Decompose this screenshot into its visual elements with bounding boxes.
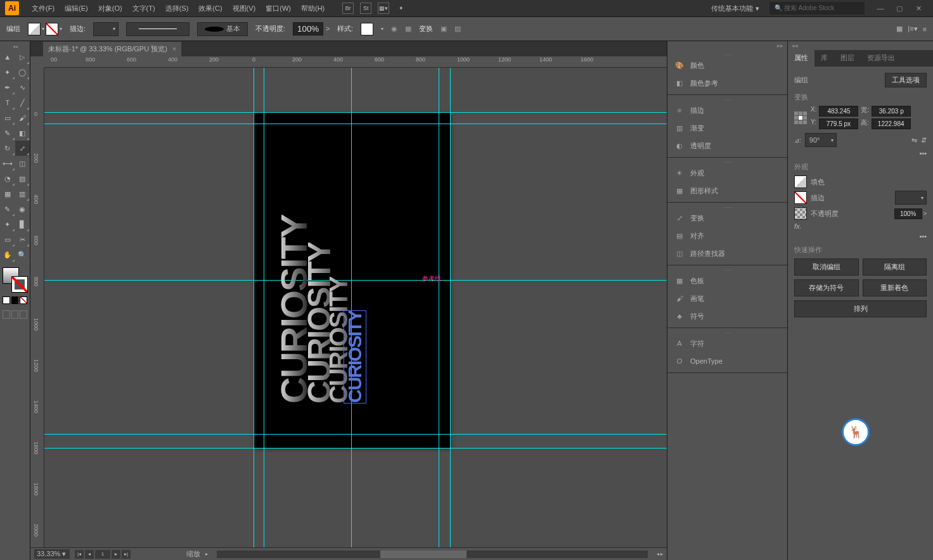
panel-brushes[interactable]: 🖌画笔	[667, 290, 787, 307]
scale-tool[interactable]: ⤢	[15, 141, 30, 156]
stroke-profile-dropdown[interactable]	[126, 22, 190, 36]
stroke-weight-dropdown[interactable]	[93, 22, 119, 36]
document-tab[interactable]: 未标题-1* @ 33.33% (RGB/GPU 预览) ×	[43, 42, 181, 56]
shaper-tool[interactable]: ✎	[0, 125, 15, 141]
menu-edit[interactable]: 编辑(E)	[60, 1, 93, 16]
panel-character[interactable]: A字符	[667, 334, 787, 352]
next-artboard-btn[interactable]: ▸	[112, 550, 120, 559]
stroke-swatch[interactable]	[46, 23, 58, 35]
isolate-icon[interactable]: ▣	[441, 25, 447, 33]
panel-menu-icon[interactable]: ≡	[923, 25, 927, 33]
mesh-tool[interactable]: ▦	[0, 186, 15, 201]
draw-behind-icon[interactable]	[11, 310, 19, 319]
panel-symbols[interactable]: ♣符号	[667, 307, 787, 325]
vertical-ruler[interactable]: 0 200 400 600 800 1000 1200 1400 1600 18…	[30, 68, 44, 547]
fill-stroke-control[interactable]	[3, 267, 28, 293]
tool-options-button[interactable]: 工具选项	[885, 73, 927, 87]
ungroup-button[interactable]: 取消编组	[794, 258, 859, 276]
more-options-icon[interactable]: •••	[919, 232, 927, 240]
zoom-tool[interactable]: 🔍	[15, 247, 30, 262]
panel-sort-icon[interactable]: |≡▾	[908, 25, 917, 33]
type-tool[interactable]: T	[0, 95, 15, 110]
line-tool[interactable]: ╱	[15, 95, 30, 110]
gradient-tool[interactable]: ▥	[15, 186, 30, 201]
blend-tool[interactable]: ◉	[15, 201, 30, 217]
search-adobe-stock[interactable]: 🔍 搜索 Adobe Stock	[769, 2, 865, 15]
panel-pathfinder[interactable]: ◫路径查找器	[667, 245, 787, 262]
window-maximize[interactable]: ▢	[890, 2, 909, 15]
recolor-icon[interactable]: ◉	[391, 25, 397, 33]
horizontal-scrollbar[interactable]	[217, 550, 648, 558]
panel-opentype[interactable]: OOpenType	[667, 352, 787, 370]
angle-input[interactable]: 90°	[805, 133, 837, 147]
panel-color[interactable]: 🎨颜色	[667, 56, 787, 74]
stock-icon[interactable]: St	[360, 3, 371, 14]
w-input[interactable]	[872, 106, 911, 117]
fill-swatch[interactable]	[28, 23, 41, 35]
prev-artboard-btn[interactable]: ◂	[85, 550, 94, 559]
curvature-tool[interactable]: ∿	[15, 80, 30, 95]
flip-vertical-icon[interactable]: ⇵	[921, 136, 927, 144]
opacity-input[interactable]	[293, 22, 323, 35]
tab-asset-export[interactable]: 资源导出	[861, 50, 901, 67]
guide-horizontal[interactable]	[44, 112, 667, 113]
isolate-group-button[interactable]: 隔离组	[863, 258, 927, 276]
panel-graphic-styles[interactable]: ▦图形样式	[667, 182, 787, 200]
fx-label[interactable]: fx.	[794, 222, 802, 230]
ruler-origin[interactable]	[30, 56, 44, 68]
artwork-text-selected[interactable]: CURIOSITY	[344, 310, 366, 404]
collapse-right-icon[interactable]: ◂◂	[788, 41, 933, 50]
guide-vertical[interactable]	[264, 68, 264, 547]
perspective-tool[interactable]: ▨	[15, 171, 30, 186]
lasso-tool[interactable]: ◯	[15, 65, 30, 80]
hand-tool[interactable]: ✋	[0, 247, 15, 262]
graph-tool[interactable]: ▊	[15, 217, 30, 232]
stroke-swatch[interactable]	[794, 191, 807, 204]
opacity-swatch[interactable]	[794, 207, 807, 220]
free-transform-tool[interactable]: ◫	[15, 156, 30, 171]
width-tool[interactable]: ⟷	[0, 156, 15, 171]
paintbrush-tool[interactable]: 🖌	[15, 110, 30, 125]
direct-selection-tool[interactable]: ▷	[15, 49, 30, 65]
eyedropper-tool[interactable]: ✎	[0, 201, 15, 217]
menu-help[interactable]: 帮助(H)	[296, 1, 330, 16]
arrange-button[interactable]: 排列	[794, 300, 927, 317]
guide-horizontal[interactable]	[44, 124, 667, 124]
guide-vertical[interactable]	[450, 68, 451, 547]
y-input[interactable]	[819, 118, 858, 129]
guide-horizontal[interactable]	[44, 280, 667, 281]
rectangle-tool[interactable]: ▭	[0, 110, 15, 125]
flip-horizontal-icon[interactable]: ⇋	[911, 136, 917, 144]
eraser-tool[interactable]: ◧	[15, 125, 30, 141]
close-tab-icon[interactable]: ×	[172, 45, 176, 53]
align-icon[interactable]: ▦	[405, 25, 411, 33]
guide-vertical[interactable]	[254, 68, 254, 547]
gpu-icon[interactable]: ✦	[396, 3, 407, 14]
workspace-selector[interactable]: 传统基本功能 ▾	[707, 3, 763, 15]
panel-layout-icon[interactable]: ▦	[896, 25, 903, 33]
stroke-color-icon[interactable]	[11, 276, 28, 293]
zoom-level[interactable]: 33.33% ▾	[34, 549, 70, 559]
guide-horizontal[interactable]	[44, 434, 667, 435]
menu-view[interactable]: 视图(V)	[228, 1, 261, 16]
panel-stroke[interactable]: ≡描边	[667, 101, 787, 119]
guide-vertical[interactable]	[439, 68, 439, 547]
fill-swatch[interactable]	[794, 175, 807, 188]
first-artboard-btn[interactable]: |◂	[75, 550, 84, 559]
more-options-icon[interactable]: •••	[919, 150, 927, 157]
menu-type[interactable]: 文字(T)	[127, 1, 160, 16]
artboard-tool[interactable]: ▭	[0, 232, 15, 247]
save-as-symbol-button[interactable]: 存储为符号	[794, 279, 859, 296]
edit-icon[interactable]: ▨	[454, 25, 461, 33]
rotate-tool[interactable]: ↻	[0, 141, 15, 156]
menu-select[interactable]: 选择(S)	[160, 1, 194, 16]
draw-normal-icon[interactable]	[3, 310, 10, 319]
window-minimize[interactable]: —	[871, 2, 890, 15]
window-close[interactable]: ✕	[909, 2, 928, 15]
slice-tool[interactable]: ✂	[15, 232, 30, 247]
shape-builder-tool[interactable]: ◔	[0, 171, 15, 186]
canvas[interactable]: 参考线 CURIOSITY CURIOSITY CURIOSITY CURIOS…	[44, 68, 667, 547]
style-swatch[interactable]	[361, 23, 373, 35]
bridge-icon[interactable]: Br	[342, 3, 354, 14]
panel-transform[interactable]: ⤢变换	[667, 209, 787, 227]
